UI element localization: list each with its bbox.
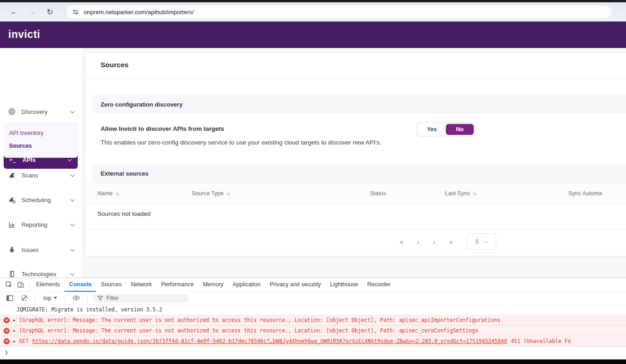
sidebar-item-scheduling[interactable]: Scheduling <box>0 193 81 206</box>
divider <box>29 281 29 289</box>
context-label: top <box>43 295 51 301</box>
app-header: invicti <box>0 21 626 48</box>
column-header-status: Status <box>370 182 386 204</box>
live-expression-eye-icon[interactable] <box>70 293 82 304</box>
pagination: « ‹ › » 5 <box>400 232 496 251</box>
error-text: [GraphQL error]: Message: The current us… <box>19 317 500 323</box>
reporting-icon <box>8 221 16 228</box>
column-label: Source Type <box>192 190 224 197</box>
empty-message: Sources not loaded <box>97 210 150 217</box>
toggle-yes-option[interactable]: Yes <box>418 124 446 135</box>
error-icon: ✕ <box>4 328 10 334</box>
url-text: onprem.netsparker.com/apihub/importers/ <box>84 9 194 16</box>
sidebar-item-label: Issues <box>21 246 39 253</box>
previous-page-button[interactable]: ‹ <box>417 238 419 245</box>
sidebar-item-label: Discovery <box>21 108 48 115</box>
console-sidebar-icon[interactable] <box>4 293 16 304</box>
request-url-link[interactable]: https://data.pendo.io/data/guide.json/3b… <box>32 338 508 344</box>
page-size-value: 5 <box>475 238 479 245</box>
devtools-tab-application[interactable]: Application <box>228 278 265 292</box>
expand-triangle-icon[interactable]: ▶ <box>13 329 16 333</box>
devtools-tab-privacy-and-security[interactable]: Privacy and security <box>265 278 326 292</box>
column-header-name[interactable]: Name ↑↓ <box>97 182 118 204</box>
javascript-context-dropdown[interactable]: top <box>41 295 60 301</box>
first-page-button[interactable]: « <box>400 238 403 245</box>
devtools-tab-performance[interactable]: Performance <box>156 278 198 292</box>
column-header-source-type[interactable]: Source Type ↑↓ <box>192 182 229 204</box>
sort-icon[interactable]: ↑↓ <box>226 191 230 196</box>
submenu-item-sources[interactable]: Sources <box>9 143 32 149</box>
section-zero-config-discovery: Zero configuration discovery <box>92 95 626 113</box>
submenu-item-api-inventory[interactable]: API Inventory <box>9 130 43 136</box>
log-text: JQMIGRATE: Migrate is installed, version… <box>16 306 162 313</box>
filter-placeholder: Filter <box>107 295 119 301</box>
sidebar-item-issues[interactable]: Issues <box>0 243 81 256</box>
zero-config-toggle[interactable]: Yes No <box>417 123 475 136</box>
column-header-last-sync[interactable]: Last Sync ↑↓ <box>445 182 476 204</box>
sidebar-item-label: Reporting <box>21 221 47 228</box>
devtools-tab-bar: Elements Console Sources Network Perform… <box>0 278 626 292</box>
column-header-sync-automatically: Sync Automa <box>568 182 602 204</box>
sidebar-item-reporting[interactable]: Reporting <box>0 218 81 231</box>
prompt-chevron-icon: ❯ <box>5 349 8 356</box>
divider <box>85 79 626 79</box>
console-message-error[interactable]: ✕ ▶ [GraphQL error]: Message: The curren… <box>0 326 626 336</box>
last-page-button[interactable]: » <box>449 238 453 245</box>
inspect-element-icon[interactable] <box>3 279 15 290</box>
column-label: Last Sync <box>445 190 470 197</box>
sidebar-item-label: Technologies <box>21 271 56 278</box>
chevron-down-icon <box>484 238 488 243</box>
back-button[interactable]: ← <box>8 6 20 18</box>
section-title: External sources <box>101 170 149 177</box>
section-title: Zero configuration discovery <box>101 101 182 108</box>
sidebar-item-discovery[interactable]: Discovery <box>0 105 81 118</box>
devtools-tab-lighthouse[interactable]: Lighthouse <box>326 278 363 292</box>
devtools-tab-console[interactable]: Console <box>64 278 96 292</box>
address-bar[interactable]: onprem.netsparker.com/apihub/importers/ <box>66 5 611 18</box>
devtools-tab-memory[interactable]: Memory <box>198 278 228 292</box>
request-status: 451 (Unavailable Fo <box>511 338 571 344</box>
console-toolbar: top Filter <box>0 292 626 305</box>
sources-panel: Sources Zero configuration discovery All… <box>85 53 626 257</box>
chevron-down-icon <box>70 172 75 177</box>
reload-button[interactable]: ↻ <box>44 6 56 18</box>
console-prompt[interactable]: ❯ <box>0 347 626 358</box>
devtools-tab-network[interactable]: Network <box>126 278 156 292</box>
console-message-error[interactable]: ✕ ▶ [GraphQL error]: Message: The curren… <box>0 315 626 326</box>
scheduling-icon <box>8 196 16 203</box>
sidebar-item-technologies[interactable]: Technologies <box>0 268 81 278</box>
page-size-select[interactable]: 5 <box>467 233 496 250</box>
sidebar-item-scans[interactable]: Scans <box>0 169 81 182</box>
console-message-log[interactable]: JQMIGRATE: Migrate is installed, version… <box>0 305 626 315</box>
forward-button[interactable]: → <box>26 6 38 18</box>
section-external-sources: External sources <box>92 165 626 182</box>
screen: ← → ↻ onprem.netsparker.com/apihub/impor… <box>0 0 626 364</box>
expand-triangle-icon[interactable]: ▶ <box>13 339 16 343</box>
next-page-button[interactable]: › <box>433 238 435 245</box>
devtools-tab-recorder[interactable]: Recorder <box>363 278 395 292</box>
device-toolbar-icon[interactable] <box>15 279 27 290</box>
console-message-network-error[interactable]: ✕ ▶ GET https://data.pendo.io/data/guide… <box>0 336 626 347</box>
sort-icon[interactable]: ↑↓ <box>473 191 476 196</box>
chevron-down-icon <box>70 222 75 226</box>
invicti-logo: invicti <box>8 28 40 41</box>
error-icon: ✕ <box>4 338 10 344</box>
site-settings-icon[interactable] <box>72 9 79 16</box>
sidebar-item-label: Scheduling <box>21 197 51 203</box>
chevron-down-icon <box>70 197 75 202</box>
clear-console-icon[interactable] <box>18 293 30 304</box>
sort-icon[interactable]: ↑↓ <box>115 191 118 196</box>
divider <box>87 294 88 302</box>
console-messages: JQMIGRATE: Migrate is installed, version… <box>0 305 626 358</box>
console-filter-input[interactable]: Filter <box>93 294 189 303</box>
filter-funnel-icon <box>97 295 103 301</box>
request-method: GET <box>19 338 29 344</box>
toggle-no-option[interactable]: No <box>446 124 474 135</box>
devtools-tab-elements[interactable]: Elements <box>32 278 64 292</box>
zero-config-setting-label: Allow Invicti to discover APIs from targ… <box>101 125 224 132</box>
devtools-tab-sources[interactable]: Sources <box>96 278 126 292</box>
expand-triangle-icon[interactable]: ▶ <box>13 318 16 322</box>
error-text: [GraphQL error]: Message: The current us… <box>19 327 478 334</box>
zero-config-setting-description: This enables our zero-config discovery s… <box>101 139 381 146</box>
chevron-down-icon <box>70 271 75 276</box>
